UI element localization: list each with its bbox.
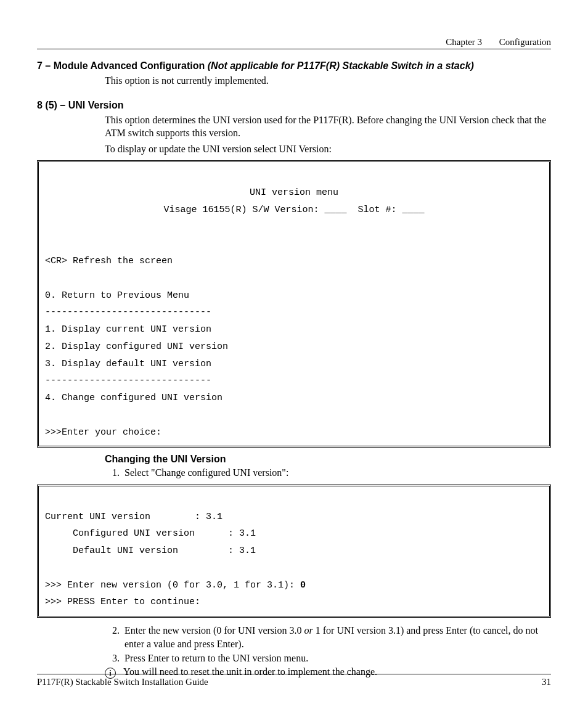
term1-opt1: 1. Display current UNI version: [45, 324, 211, 335]
page-header: Chapter 3 Configuration: [37, 37, 551, 49]
step-2: Enter the new version (0 for UNI version…: [122, 624, 551, 650]
step-1: Select "Change configured UNI version":: [122, 466, 551, 480]
section-7-heading-text: 7 – Module Advanced Configuration: [37, 60, 208, 71]
term1-prompt: >>>Enter your choice:: [45, 427, 161, 438]
term1-refresh: <CR> Refresh the screen: [45, 256, 173, 266]
step-3: Press Enter to return to the UNI version…: [122, 652, 551, 665]
term1-version-line: Visage 16155(R) S/W Version: ____ Slot #…: [45, 202, 543, 219]
term1-opt2: 2. Display configured UNI version: [45, 342, 228, 352]
chapter-title: Configuration: [499, 37, 551, 47]
chapter-label: Chapter 3: [446, 37, 482, 47]
term1-opt0: 0. Return to Previous Menu: [45, 290, 189, 301]
term2-enter-value: 0: [300, 580, 306, 591]
section-7-heading: 7 – Module Advanced Configuration (Not a…: [37, 60, 551, 72]
term1-div2: ------------------------------: [45, 375, 211, 386]
term2-enter-prompt: >>> Enter new version (0 for 3.0, 1 for …: [45, 580, 300, 591]
page-footer: P117F(R) Stackable Switch Installation G…: [37, 674, 551, 687]
uni-menu-terminal: UNI version menuVisage 16155(R) S/W Vers…: [37, 160, 551, 448]
step-2-or: or: [304, 625, 312, 636]
term2-current: Current UNI version : 3.1: [45, 512, 223, 522]
term2-enter-line: >>> Enter new version (0 for 3.0, 1 for …: [45, 580, 306, 591]
section-7-heading-note: (Not applicable for P117F(R) Stackable S…: [208, 60, 474, 71]
term2-default: Default UNI version : 3.1: [45, 546, 256, 556]
footer-guide-title: P117F(R) Stackable Switch Installation G…: [37, 677, 208, 687]
term1-div1: ------------------------------: [45, 307, 211, 317]
footer-page-number: 31: [542, 677, 551, 687]
section-8-heading: 8 (5) – UNI Version: [37, 100, 551, 111]
term1-opt4: 4. Change configured UNI version: [45, 393, 223, 403]
step-2a: Enter the new version (0 for UNI version…: [125, 625, 304, 636]
term1-title: UNI version menu: [45, 184, 543, 202]
section-8-p2: To display or update the UNI version sel…: [105, 142, 551, 156]
uni-change-terminal: Current UNI version : 3.1 Configured UNI…: [37, 485, 551, 618]
term1-opt3: 3. Display default UNI version: [45, 359, 211, 369]
term2-press-enter: >>> PRESS Enter to continue:: [45, 597, 200, 607]
changing-heading: Changing the UNI Version: [105, 454, 551, 465]
section-7-body: This option is not currently implemented…: [105, 74, 551, 88]
section-8-p1: This option determines the UNI version u…: [105, 113, 551, 140]
term2-configured: Configured UNI version : 3.1: [45, 528, 256, 539]
